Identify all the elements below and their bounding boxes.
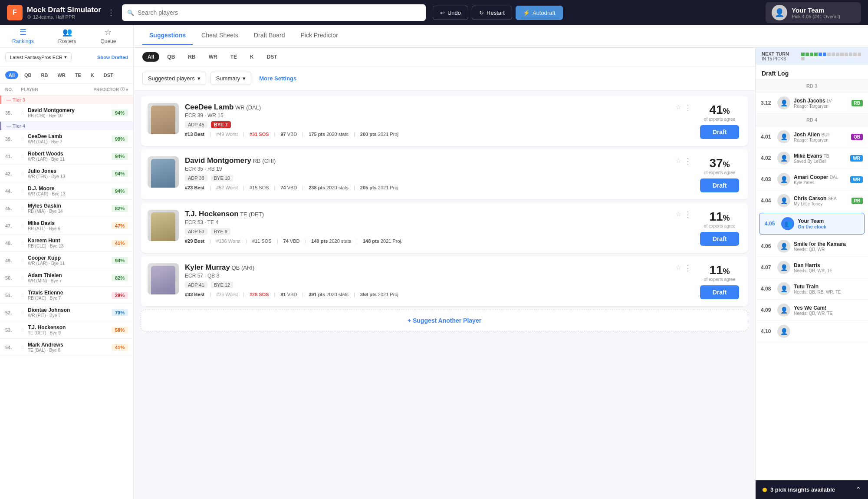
summary-dropdown[interactable]: Summary ▾ xyxy=(210,72,252,85)
star-icon[interactable]: ☆ xyxy=(20,292,25,298)
round-label: RD 4 xyxy=(756,114,868,126)
log-item: 4.08 👤 Tutu Train Needs: QB, RB, WR, TE xyxy=(756,278,868,300)
log-item: 4.10 👤 xyxy=(756,321,868,342)
list-item[interactable]: 35. ☆ David Montgomery RB (CHI) · Bye 10… xyxy=(0,104,133,122)
list-item[interactable]: 51. ☆ Travis Etienne RB (JAC) · Bye 7 29… xyxy=(0,287,133,304)
star-icon[interactable]: ☆ xyxy=(675,156,681,166)
list-item[interactable]: 45. ☆ Myles Gaskin RB (MIA) · Bye 14 82% xyxy=(0,200,133,217)
player-card: David Montgomery RB (CHI) ECR 35 · RB 19… xyxy=(141,149,748,199)
suggest-another-button[interactable]: + Suggest Another Player xyxy=(141,310,748,331)
expert-pct: 11% of experts agree xyxy=(704,263,735,282)
star-icon[interactable]: ☆ xyxy=(20,188,25,194)
star-icon[interactable]: ☆ xyxy=(20,327,25,333)
pos-filter-rb[interactable]: RB xyxy=(38,71,52,79)
player-cards: CeeDee Lamb WR (DAL) ECR 39 · WR 15 ☆ ⋮ … xyxy=(134,91,755,499)
list-item[interactable]: 48. ☆ Kareem Hunt RB (CLE) · Bye 13 41% xyxy=(0,235,133,252)
more-icon[interactable]: ⋮ xyxy=(684,210,692,219)
draft-button[interactable]: Draft xyxy=(700,285,739,299)
bye-tag: BYE 7 xyxy=(211,121,231,128)
right-panel: NEXT TURN IN 15 PICKS Draf xyxy=(755,48,868,499)
star-icon[interactable]: ☆ xyxy=(20,222,25,229)
autodraft-icon: ⚡ xyxy=(523,10,530,16)
show-drafted-button[interactable]: Show Drafted xyxy=(97,55,128,60)
search-bar[interactable]: 🔍 xyxy=(122,4,426,21)
app-subtitle: ⚙ 12-teams, Half PPR xyxy=(27,14,101,20)
star-icon[interactable]: ☆ xyxy=(675,103,681,112)
star-icon[interactable]: ☆ xyxy=(675,263,681,273)
pos-filter-qb[interactable]: QB xyxy=(21,71,35,79)
insights-dot xyxy=(763,488,767,492)
list-item[interactable]: 47. ☆ Mike Davis RB (ATL) · Bye 6 47% xyxy=(0,217,133,235)
pos-filter-all[interactable]: All xyxy=(5,71,18,79)
draft-button[interactable]: Draft xyxy=(700,232,739,246)
ecr-dropdown[interactable]: Latest FantasyPros ECR ▾ xyxy=(5,52,72,62)
sidebar-item-rankings[interactable]: ☰ Rankings xyxy=(7,24,39,49)
card-actions: 11% of experts agree Draft xyxy=(698,263,741,299)
player-name: T.J. Hockenson xyxy=(185,210,239,218)
more-settings-button[interactable]: More Settings xyxy=(259,75,296,82)
autodraft-button[interactable]: ⚡ Autodraft xyxy=(516,6,563,20)
star-icon[interactable]: ☆ xyxy=(20,344,25,350)
center-pos-te[interactable]: TE xyxy=(225,52,242,62)
user-team-name: Your Team xyxy=(792,7,840,14)
star-icon[interactable]: ☆ xyxy=(20,240,25,246)
star-icon[interactable]: ☆ xyxy=(20,309,25,316)
sidebar-item-rosters[interactable]: 👥 Rosters xyxy=(53,24,81,49)
star-icon[interactable]: ☆ xyxy=(20,109,25,116)
search-input[interactable] xyxy=(138,9,421,16)
player-avatar: 👤 xyxy=(777,240,790,253)
undo-button[interactable]: ↩ Undo xyxy=(433,6,468,20)
rosters-icon: 👥 xyxy=(62,27,72,37)
center-pos-qb[interactable]: QB xyxy=(162,52,180,62)
tab-draft-board[interactable]: Draft Board xyxy=(247,26,292,45)
list-item[interactable]: 41. ☆ Robert Woods WR (LAR) · Bye 11 94% xyxy=(0,148,133,165)
more-options-icon[interactable]: ⋮ xyxy=(107,8,115,17)
list-item[interactable]: 49. ☆ Cooper Kupp WR (LAR) · Bye 11 94% xyxy=(0,252,133,269)
more-icon[interactable]: ⋮ xyxy=(684,103,692,112)
list-item[interactable]: 42. ☆ Julio Jones WR (TEN) · Bye 13 94% xyxy=(0,165,133,182)
restart-button[interactable]: ↻ Restart xyxy=(472,6,512,20)
card-stats: #33 Best | #76 Worst | #28 SOS | 81 VBD … xyxy=(185,292,692,297)
star-icon[interactable]: ☆ xyxy=(20,170,25,177)
adp-tag: ADP 45 xyxy=(185,121,207,128)
pos-filter-dst[interactable]: DST xyxy=(100,71,117,79)
center-pos-k[interactable]: K xyxy=(245,52,259,62)
star-icon[interactable]: ☆ xyxy=(20,274,25,281)
more-icon[interactable]: ⋮ xyxy=(684,263,692,273)
pos-filter-wr[interactable]: WR xyxy=(54,71,69,79)
tab-pick-predictor[interactable]: Pick Predictor xyxy=(293,26,345,45)
player-photo xyxy=(148,263,179,294)
star-icon[interactable]: ☆ xyxy=(20,153,25,159)
logo-area: F Mock Draft Simulator ⚙ 12-teams, Half … xyxy=(7,5,115,20)
list-item[interactable]: 50. ☆ Adam Thielen WR (MIN) · Bye 7 82% xyxy=(0,269,133,287)
insights-bar[interactable]: 3 pick insights available ⌃ xyxy=(756,480,868,499)
more-icon[interactable]: ⋮ xyxy=(684,156,692,166)
star-icon[interactable]: ☆ xyxy=(675,210,681,219)
center-pos-dst[interactable]: DST xyxy=(262,52,283,62)
player-pos: WR (DAL) xyxy=(235,104,261,111)
pos-filter-k[interactable]: K xyxy=(87,71,98,79)
predictor-badge: 94% xyxy=(112,170,128,177)
draft-button[interactable]: Draft xyxy=(700,125,739,139)
star-icon[interactable]: ☆ xyxy=(20,205,25,211)
tab-cheat-sheets[interactable]: Cheat Sheets xyxy=(194,26,245,45)
tab-suggestions[interactable]: Suggestions xyxy=(142,26,193,45)
suggested-players-dropdown[interactable]: Suggested players ▾ xyxy=(142,72,206,85)
list-item[interactable]: 44. ☆ D.J. Moore WR (CAR) · Bye 13 94% xyxy=(0,182,133,200)
pos-filter-te[interactable]: TE xyxy=(72,71,85,79)
center-pos-all[interactable]: All xyxy=(142,52,159,62)
list-item[interactable]: 53. ☆ T.J. Hockenson TE (DET) · Bye 9 58… xyxy=(0,321,133,339)
list-item[interactable]: 52. ☆ Diontae Johnson WR (PIT) · Bye 7 7… xyxy=(0,304,133,321)
sidebar-item-queue[interactable]: ☆ Queue xyxy=(95,24,121,49)
draft-button[interactable]: Draft xyxy=(700,178,739,192)
bye-tag: BYE 9 xyxy=(211,228,230,235)
player-photo xyxy=(148,103,179,134)
player-avatar: 👤 xyxy=(777,261,790,274)
center-pos-wr[interactable]: WR xyxy=(204,52,223,62)
star-icon[interactable]: ☆ xyxy=(20,135,25,142)
queue-icon: ☆ xyxy=(105,27,112,37)
star-icon[interactable]: ☆ xyxy=(20,257,25,264)
center-pos-rb[interactable]: RB xyxy=(183,52,201,62)
list-item[interactable]: 54. ☆ Mark Andrews TE (BAL) · Bye 8 41% xyxy=(0,339,133,356)
list-item[interactable]: 39. ☆ CeeDee Lamb WR (DAL) · Bye 7 99% xyxy=(0,130,133,148)
